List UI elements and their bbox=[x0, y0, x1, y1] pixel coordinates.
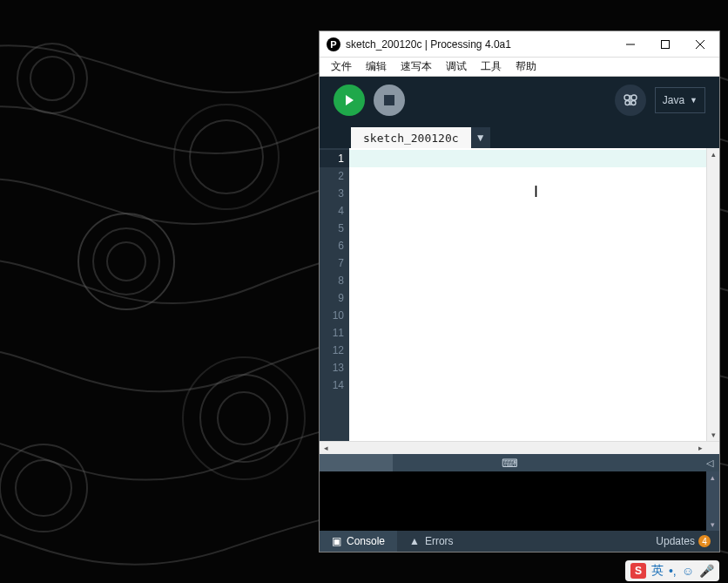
tabs-row: sketch_200120c ▼ bbox=[320, 124, 719, 148]
current-line-highlight bbox=[349, 150, 706, 167]
svg-point-11 bbox=[218, 392, 270, 444]
warning-icon: ▲ bbox=[409, 535, 420, 547]
line-number[interactable]: 9 bbox=[320, 289, 349, 307]
line-number[interactable]: 1 bbox=[320, 150, 349, 167]
svg-point-10 bbox=[200, 375, 287, 462]
errors-tab[interactable]: ▲ Errors bbox=[397, 531, 466, 552]
maximize-button[interactable] bbox=[648, 31, 683, 57]
errors-tab-label: Errors bbox=[425, 535, 454, 547]
scroll-down-icon[interactable]: ▾ bbox=[707, 429, 719, 441]
chevron-down-icon: ▼ bbox=[475, 132, 486, 144]
svg-point-7 bbox=[0, 444, 87, 532]
scroll-up-icon[interactable]: ▴ bbox=[707, 148, 719, 160]
titlebar[interactable]: P sketch_200120c | Processing 4.0a1 bbox=[320, 31, 719, 58]
ime-emoji-icon[interactable]: ☺ bbox=[682, 564, 694, 578]
keyboard-icon[interactable]: ⌨ bbox=[501, 454, 520, 471]
processing-icon: P bbox=[327, 37, 340, 51]
editor-area: 1234567891011121314 I ▴ ▾ bbox=[320, 148, 719, 441]
line-number[interactable]: 3 bbox=[320, 185, 349, 202]
console-scrollbar[interactable]: ▴ ▾ bbox=[706, 471, 719, 531]
minimize-button[interactable] bbox=[613, 31, 648, 57]
debugger-button[interactable] bbox=[615, 85, 646, 116]
line-number[interactable]: 4 bbox=[320, 202, 349, 220]
menu-sketch[interactable]: 速写本 bbox=[394, 58, 438, 76]
mode-label: Java bbox=[663, 94, 684, 106]
svg-rect-13 bbox=[662, 40, 670, 48]
ime-mic-icon[interactable]: 🎤 bbox=[699, 564, 714, 578]
svg-point-18 bbox=[625, 101, 630, 105]
line-number[interactable]: 10 bbox=[320, 307, 349, 324]
svg-point-17 bbox=[631, 95, 637, 100]
status-progress bbox=[320, 454, 393, 471]
svg-point-3 bbox=[17, 44, 87, 113]
horizontal-scrollbar[interactable]: ◂ ▸ bbox=[320, 441, 706, 454]
line-number[interactable]: 6 bbox=[320, 237, 349, 254]
sogou-icon[interactable]: S bbox=[630, 563, 646, 579]
menu-debug[interactable]: 调试 bbox=[440, 58, 473, 76]
line-number[interactable]: 5 bbox=[320, 220, 349, 237]
line-number[interactable]: 14 bbox=[320, 376, 349, 394]
tab-sketch[interactable]: sketch_200120c bbox=[351, 127, 471, 148]
code-editor[interactable]: I bbox=[349, 148, 706, 441]
updates-button[interactable]: Updates 4 bbox=[647, 535, 719, 547]
updates-label: Updates bbox=[656, 535, 695, 547]
updates-badge: 4 bbox=[698, 535, 711, 547]
toolbar: Java ▼ bbox=[320, 77, 719, 124]
menu-edit[interactable]: 编辑 bbox=[360, 58, 393, 76]
text-cursor-icon: I bbox=[534, 183, 538, 201]
collapse-console-icon[interactable]: ◁ bbox=[700, 454, 719, 471]
chevron-down-icon: ▼ bbox=[690, 96, 698, 105]
scroll-down-icon[interactable]: ▾ bbox=[706, 519, 719, 531]
menu-file[interactable]: 文件 bbox=[325, 58, 358, 76]
statusbar: ⌨ ◁ bbox=[320, 454, 719, 471]
menubar: 文件 编辑 速写本 调试 工具 帮助 bbox=[320, 58, 719, 77]
ime-punct[interactable]: •, bbox=[669, 564, 677, 578]
vertical-scrollbar[interactable]: ▴ ▾ bbox=[706, 148, 719, 441]
stop-button[interactable] bbox=[374, 85, 405, 116]
ime-toolbar[interactable]: S 英 •, ☺ 🎤 bbox=[625, 560, 719, 581]
menu-tools[interactable]: 工具 bbox=[475, 58, 508, 76]
scroll-right-icon[interactable]: ▸ bbox=[694, 444, 706, 452]
scroll-up-icon[interactable]: ▴ bbox=[706, 471, 719, 484]
ime-lang[interactable]: 英 bbox=[651, 563, 664, 579]
console-tab[interactable]: ▣ Console bbox=[320, 531, 397, 552]
line-number[interactable]: 11 bbox=[320, 324, 349, 342]
line-gutter[interactable]: 1234567891011121314 bbox=[320, 148, 349, 441]
svg-point-8 bbox=[16, 460, 71, 516]
play-icon bbox=[343, 94, 355, 106]
svg-point-19 bbox=[631, 101, 636, 105]
svg-point-1 bbox=[93, 228, 159, 295]
line-number[interactable]: 8 bbox=[320, 272, 349, 289]
run-button[interactable] bbox=[334, 85, 365, 116]
svg-point-6 bbox=[190, 120, 263, 193]
line-number[interactable]: 13 bbox=[320, 359, 349, 376]
svg-point-16 bbox=[624, 95, 630, 100]
mode-selector[interactable]: Java ▼ bbox=[655, 87, 705, 113]
line-number[interactable]: 2 bbox=[320, 167, 349, 185]
line-number[interactable]: 12 bbox=[320, 342, 349, 359]
stop-icon bbox=[384, 95, 394, 105]
footer: ▣ Console ▲ Errors Updates 4 bbox=[320, 531, 719, 552]
scroll-left-icon[interactable]: ◂ bbox=[320, 444, 332, 452]
processing-window: P sketch_200120c | Processing 4.0a1 文件 编… bbox=[320, 31, 719, 552]
svg-point-2 bbox=[107, 242, 145, 281]
menu-help[interactable]: 帮助 bbox=[509, 58, 543, 76]
svg-point-4 bbox=[30, 57, 74, 100]
window-title: sketch_200120c | Processing 4.0a1 bbox=[346, 38, 613, 51]
console-tab-label: Console bbox=[347, 535, 385, 547]
line-number[interactable]: 7 bbox=[320, 254, 349, 272]
close-button[interactable] bbox=[683, 31, 718, 57]
butterfly-icon bbox=[623, 92, 638, 108]
tab-menu-button[interactable]: ▼ bbox=[471, 127, 490, 148]
terminal-icon: ▣ bbox=[332, 535, 341, 547]
console-panel[interactable]: ▴ ▾ bbox=[320, 471, 719, 531]
